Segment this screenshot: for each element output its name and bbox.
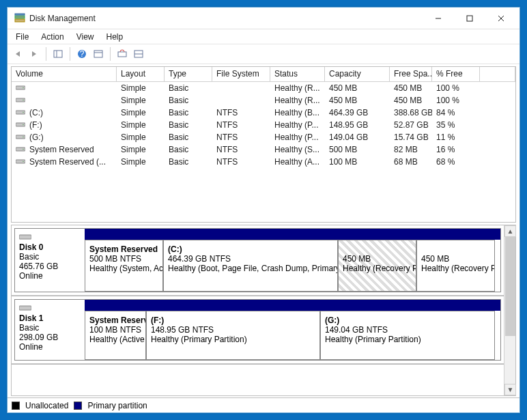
legend-unallocated-swatch: [12, 402, 20, 410]
cell-free: 388.68 GB: [390, 108, 432, 117]
cell-free: 450 MB: [390, 96, 432, 105]
col-filesystem[interactable]: File System: [212, 67, 270, 81]
scroll-down-button[interactable]: ▼: [504, 384, 516, 395]
legend-unallocated-label: Unallocated: [25, 401, 68, 410]
refresh-button[interactable]: [115, 46, 130, 61]
volume-row[interactable]: (G:)SimpleBasicNTFSHealthy (P...149.04 G…: [12, 131, 515, 143]
toolbar-sep: [110, 47, 111, 61]
volume-row[interactable]: SimpleBasicHealthy (R...450 MB450 MB100 …: [12, 94, 515, 107]
col-status[interactable]: Status: [270, 67, 325, 81]
menu-help[interactable]: Help: [101, 31, 129, 43]
svg-rect-2: [15, 14, 25, 15]
partition-status: Healthy (Recovery P: [343, 264, 413, 273]
list-view-button[interactable]: [131, 46, 146, 61]
drive-icon: [16, 108, 27, 116]
cell-status: Healthy (R...: [270, 96, 325, 105]
menubar: File Action View Help: [8, 29, 519, 44]
volume-row[interactable]: System Reserved (...SimpleBasicNTFSHealt…: [12, 156, 515, 168]
help-button[interactable]: ?: [74, 46, 89, 61]
partition-box[interactable]: (F:)148.95 GB NTFSHealthy (Primary Parti…: [146, 311, 320, 360]
cell-volume: (G:): [12, 132, 117, 142]
cell-status: Healthy (R...: [270, 83, 325, 93]
partition-status: Healthy (Primary Partition): [151, 335, 317, 344]
settings-button[interactable]: [91, 46, 106, 61]
scroll-thumb[interactable]: [505, 237, 515, 336]
cell-type: Basic: [165, 83, 212, 93]
volume-row[interactable]: System ReservedSimpleBasicNTFSHealthy (S…: [12, 143, 515, 156]
col-freespace[interactable]: Free Spa...: [390, 67, 432, 81]
cell-pct: 35 %: [432, 120, 480, 130]
cell-capacity: 450 MB: [325, 96, 390, 105]
vertical-scrollbar[interactable]: ▲ ▼: [504, 225, 515, 395]
partition-box[interactable]: 450 MBHealthy (Recovery P: [338, 240, 416, 292]
partition-name: [421, 244, 492, 254]
app-icon: [14, 13, 25, 24]
cell-pct: 100 %: [432, 83, 480, 93]
drive-icon: [16, 96, 27, 104]
disk-state: Online: [19, 342, 81, 352]
col-pctfree[interactable]: % Free: [432, 67, 480, 81]
partition-status: Healthy (System, Ac: [89, 264, 160, 273]
cell-volume: [12, 83, 117, 93]
cell-status: Healthy (P...: [270, 132, 325, 142]
partition-size: 450 MB: [421, 254, 492, 264]
svg-rect-11: [94, 51, 102, 57]
titlebar[interactable]: Disk Management: [8, 8, 519, 29]
partition-box[interactable]: System Reserved500 MB NTFSHealthy (Syste…: [85, 240, 163, 292]
partition-box[interactable]: (C:)464.39 GB NTFSHealthy (Boot, Page Fi…: [163, 240, 338, 292]
drive-icon: [16, 157, 27, 165]
col-type[interactable]: Type: [165, 67, 212, 81]
cell-layout: Simple: [117, 108, 165, 117]
volume-list-header: Volume Layout Type File System Status Ca…: [12, 67, 515, 82]
partition-name: System Reserve: [89, 316, 143, 325]
cell-free: 82 MB: [390, 145, 432, 154]
back-button[interactable]: [10, 46, 25, 61]
menu-file[interactable]: File: [10, 31, 34, 43]
disk-state: Online: [19, 271, 81, 281]
cell-pct: 84 %: [432, 108, 480, 117]
col-layout[interactable]: Layout: [117, 67, 165, 81]
partition-box[interactable]: (G:)149.04 GB NTFSHealthy (Primary Parti…: [320, 311, 495, 360]
close-button[interactable]: [485, 8, 517, 29]
col-volume[interactable]: Volume: [12, 67, 117, 81]
partition-status: Healthy (Active: [89, 335, 143, 344]
disks-area: Disk 0Basic465.76 GBOnlineSystem Reserve…: [12, 225, 504, 395]
cell-status: Healthy (B...: [270, 108, 325, 117]
disk-type: Basic: [19, 252, 81, 262]
disk-info[interactable]: Disk 1Basic298.09 GBOnline: [14, 299, 85, 361]
menu-action[interactable]: Action: [35, 31, 69, 43]
svg-rect-16: [16, 86, 25, 89]
volume-row[interactable]: (F:)SimpleBasicNTFSHealthy (P...148.95 G…: [12, 119, 515, 131]
disk-label: Disk 0: [19, 242, 81, 252]
col-capacity[interactable]: Capacity: [325, 67, 390, 81]
col-spacer[interactable]: [480, 67, 515, 81]
svg-rect-24: [16, 135, 25, 139]
drive-icon: [16, 132, 27, 141]
svg-rect-22: [16, 123, 25, 126]
cell-fs: NTFS: [212, 132, 270, 142]
disk-info[interactable]: Disk 0Basic465.76 GBOnline: [14, 228, 85, 292]
partition-box[interactable]: 450 MBHealthy (Recovery P: [416, 240, 495, 292]
maximize-button[interactable]: [454, 8, 485, 29]
cell-layout: Simple: [117, 96, 165, 105]
show-hide-console-tree-button[interactable]: [51, 46, 66, 61]
cell-capacity: 149.04 GB: [325, 132, 390, 142]
svg-text:?: ?: [80, 49, 85, 59]
partition-size: 464.39 GB NTFS: [168, 254, 334, 264]
forward-button[interactable]: [27, 46, 42, 61]
minimize-button[interactable]: [423, 8, 454, 29]
partition-name: (G:): [325, 316, 492, 325]
cell-volume: System Reserved (...: [12, 157, 117, 167]
menu-view[interactable]: View: [71, 31, 100, 43]
volume-row[interactable]: SimpleBasicHealthy (R...450 MB450 MB100 …: [12, 82, 515, 94]
volume-row[interactable]: (C:)SimpleBasicNTFSHealthy (B...464.39 G…: [12, 107, 515, 119]
drive-icon: [16, 83, 27, 92]
svg-rect-20: [16, 111, 25, 114]
cell-layout: Simple: [117, 132, 165, 142]
partition-box[interactable]: System Reserve100 MB NTFSHealthy (Active: [85, 311, 146, 360]
partition-color-bar: [85, 229, 500, 240]
volume-list-body[interactable]: SimpleBasicHealthy (R...450 MB450 MB100 …: [12, 82, 515, 222]
disk-label: Disk 1: [19, 313, 81, 323]
scroll-up-button[interactable]: ▲: [504, 225, 516, 237]
legend-primary-label: Primary partition: [87, 401, 147, 410]
